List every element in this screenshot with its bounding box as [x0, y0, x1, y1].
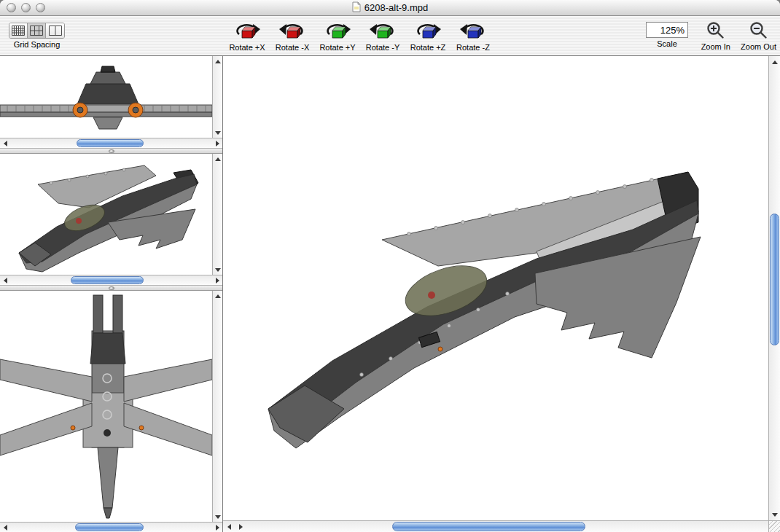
rotate-minus-z-icon [460, 20, 486, 42]
pane-splitter[interactable] [0, 148, 222, 154]
scroll-right-button[interactable] [212, 275, 222, 285]
scrollbar-track[interactable] [213, 66, 222, 128]
content-area [0, 56, 780, 532]
rotate-minus-x-button[interactable]: Rotate -X [270, 20, 315, 52]
main-view-area [223, 56, 780, 532]
main-view-vscroll[interactable] [768, 56, 780, 520]
minimize-button[interactable] [21, 3, 31, 12]
scroll-right-button[interactable] [212, 523, 222, 532]
main-view-canvas[interactable] [223, 56, 768, 520]
scrollbar-thumb[interactable] [392, 522, 585, 531]
preview-column [0, 56, 223, 532]
up-arrow-icon [772, 60, 778, 64]
perspective-view-pane [0, 154, 222, 291]
zoom-window-button[interactable] [36, 3, 45, 12]
scroll-right-button[interactable] [235, 521, 246, 532]
window-resize-handle[interactable] [768, 520, 780, 532]
zoom-in-button[interactable]: Zoom In [701, 20, 730, 51]
top-view-canvas[interactable] [0, 291, 212, 522]
top-view-vscroll[interactable] [212, 291, 222, 522]
scrollbar-track[interactable] [769, 68, 780, 509]
right-arrow-icon [239, 524, 243, 530]
rotate-button-group: Rotate +X Rotate -X [225, 20, 496, 52]
front-view-canvas[interactable] [0, 56, 212, 138]
scrollbar-thumb[interactable] [77, 139, 143, 147]
scroll-up-button[interactable] [213, 291, 222, 301]
app-window: 6208-alt-9.mpd [0, 0, 780, 532]
scroll-left-button[interactable] [0, 523, 10, 532]
front-view-pane [0, 56, 222, 154]
scrollbar-track[interactable] [10, 523, 212, 532]
right-arrow-icon [216, 525, 219, 531]
right-arrow-icon [216, 278, 219, 283]
rotate-minus-y-button[interactable]: Rotate -Y [360, 20, 405, 52]
rotate-plus-y-button[interactable]: Rotate +Y [315, 20, 360, 52]
window-title-text: 6208-alt-9.mpd [364, 2, 428, 13]
scroll-down-button[interactable] [213, 128, 222, 138]
top-view-model-render [0, 291, 212, 522]
scroll-up-button[interactable] [213, 56, 222, 66]
scrollbar-thumb[interactable] [71, 276, 144, 284]
up-arrow-icon [215, 294, 221, 298]
window-controls [7, 3, 45, 12]
perspective-view-model-render [0, 154, 212, 275]
top-view-pane [0, 291, 222, 532]
rotate-plus-z-icon [415, 20, 441, 42]
grid-medium-segment[interactable] [28, 23, 46, 38]
perspective-view-canvas[interactable] [0, 154, 212, 275]
grid-coarse-segment[interactable] [46, 23, 64, 38]
zoom-out-icon [749, 20, 768, 41]
scrollbar-track[interactable] [246, 521, 768, 532]
left-arrow-icon [4, 278, 7, 283]
main-view-bottom-bar [223, 520, 780, 532]
scroll-down-button[interactable] [213, 265, 222, 275]
perspective-view-hscroll[interactable] [0, 275, 222, 285]
scroll-down-button[interactable] [213, 512, 222, 522]
scrollbar-track[interactable] [213, 164, 222, 265]
scrollbar-track[interactable] [10, 138, 212, 148]
main-view-model-render [223, 56, 768, 520]
scroll-down-button[interactable] [769, 509, 780, 520]
scrollbar-thumb[interactable] [770, 214, 779, 346]
pane-splitter[interactable] [0, 285, 222, 291]
scale-label: Scale [657, 39, 677, 48]
up-arrow-icon [215, 60, 221, 63]
scroll-right-button[interactable] [212, 138, 222, 148]
document-icon [352, 1, 361, 15]
rotate-plus-z-button[interactable]: Rotate +Z [405, 20, 451, 52]
top-view-hscroll[interactable] [0, 522, 222, 532]
grid-spacing-segmented-control [9, 23, 65, 39]
scale-control: Scale [646, 22, 688, 48]
grid-fine-segment[interactable] [9, 23, 28, 38]
coarse-grid-icon [49, 26, 62, 36]
titlebar[interactable]: 6208-alt-9.mpd [0, 0, 780, 16]
scroll-up-button[interactable] [769, 56, 780, 68]
perspective-view-vscroll[interactable] [212, 154, 222, 275]
close-button[interactable] [7, 3, 16, 12]
zoom-out-button[interactable]: Zoom Out [741, 20, 776, 51]
scroll-left-button[interactable] [223, 521, 235, 532]
scrollbar-track[interactable] [10, 275, 212, 285]
grid-spacing-control: Grid Spacing [9, 23, 65, 49]
front-view-model-render [0, 56, 212, 138]
rotate-plus-x-button[interactable]: Rotate +X [225, 20, 270, 52]
down-arrow-icon [215, 131, 221, 135]
rotate-plus-y-icon [324, 20, 351, 42]
rotate-minus-z-button[interactable]: Rotate -Z [451, 20, 496, 52]
scroll-left-button[interactable] [0, 138, 10, 148]
main-view-hscroll[interactable] [223, 520, 768, 532]
scrollbar-track[interactable] [213, 301, 222, 512]
scroll-up-button[interactable] [213, 154, 222, 164]
splitter-dimple-icon [109, 149, 114, 153]
scroll-left-button[interactable] [0, 275, 10, 285]
zoom-in-icon [706, 20, 725, 41]
up-arrow-icon [215, 157, 221, 161]
toolbar: Grid Spacing Rotate +X [0, 16, 780, 56]
front-view-vscroll[interactable] [212, 56, 222, 138]
rotate-minus-y-icon [370, 20, 396, 42]
rotate-plus-x-icon [234, 20, 260, 42]
scale-input[interactable] [646, 22, 688, 38]
down-arrow-icon [215, 268, 221, 272]
scrollbar-thumb[interactable] [75, 523, 144, 531]
front-view-hscroll[interactable] [0, 138, 222, 148]
